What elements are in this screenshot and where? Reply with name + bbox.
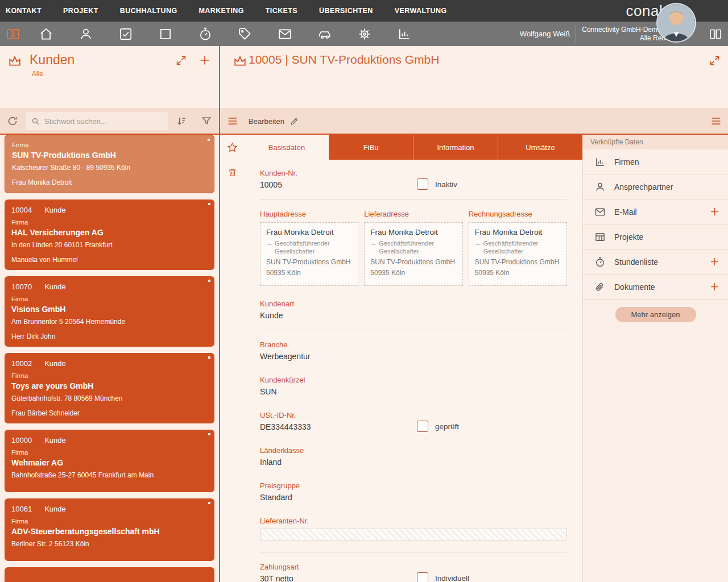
plus-icon	[198, 53, 212, 67]
favorite-button[interactable]	[226, 142, 238, 153]
toolbar-panes-right-button[interactable]	[709, 22, 722, 46]
linked-item-projekte[interactable]: Projekte	[583, 225, 728, 250]
address-box[interactable]: Frau Monika Detroit GeschäftsführenderGe…	[364, 222, 462, 286]
list-item[interactable]: Firma SUN TV-Produktions GmbH Kalscheure…	[5, 135, 214, 193]
individuell-checkbox[interactable]	[417, 572, 428, 582]
field-kundenkuerzel: Kundenkürzel SUN	[260, 376, 567, 397]
section-divider	[260, 330, 567, 330]
inaktiv-checkbox[interactable]	[417, 178, 428, 190]
home-icon	[39, 27, 53, 41]
list-filter-label[interactable]: Alle	[32, 70, 43, 78]
card-type-label: Firma	[11, 219, 208, 226]
expand-detail-button[interactable]	[709, 55, 721, 66]
address-box[interactable]: Frau Monika Detroit GeschäftsführenderGe…	[260, 222, 358, 286]
individuell-checkbox-group: Individuell	[417, 572, 469, 582]
linked-item-stundenliste[interactable]: Stundenliste	[583, 250, 728, 275]
toolbar-car-button[interactable]	[305, 22, 345, 46]
linked-item-firmen[interactable]: Firmen	[583, 149, 728, 174]
linked-data-menu-button[interactable]	[710, 115, 722, 127]
sort-button[interactable]	[169, 109, 194, 134]
card-marker	[208, 502, 210, 504]
expand-list-button[interactable]	[175, 55, 187, 66]
user-avatar[interactable]	[657, 4, 695, 41]
refresh-button[interactable]	[0, 109, 25, 134]
logged-in-user[interactable]: Wolfgang Weiß	[520, 30, 570, 38]
tag-icon	[238, 27, 253, 41]
lieferanten-nr-input[interactable]	[260, 529, 567, 541]
toolbar-square-button[interactable]	[146, 22, 185, 46]
mail-icon	[278, 27, 292, 41]
lieferadresse-column: Lieferadresse Frau Monika Detroit Geschä…	[364, 210, 462, 286]
field-value: Inland	[260, 457, 567, 467]
card-type-label: Firma	[11, 449, 208, 456]
list-item[interactable]: 10061 Kunde Firma ADV-Steuerberatungsges…	[5, 498, 214, 561]
paperclip-icon	[594, 281, 606, 293]
edit-button[interactable]: Bearbeiten	[249, 117, 299, 126]
field-value: Werbeagentur	[260, 351, 567, 361]
filter-button[interactable]	[194, 109, 219, 134]
toolbar-settings-button[interactable]	[345, 22, 384, 46]
search-input[interactable]	[44, 117, 163, 126]
field-value: Standard	[260, 492, 567, 502]
show-more-button[interactable]: Mehr anzeigen	[615, 307, 696, 322]
tab-bar: Basisdaten FiBu Information Umsätze	[245, 135, 582, 160]
add-email-button[interactable]	[709, 206, 721, 218]
card-address: Bahnhofstraße 25-27 60045 Frankfurt am M…	[11, 471, 208, 479]
field-label: Zahlungsart	[260, 563, 567, 571]
detail-header: 10005 | SUN TV-Produktions GmbH	[220, 46, 728, 108]
card-type-label: Firma	[11, 518, 208, 525]
nav-item-projekt[interactable]: PROJEKT	[63, 7, 98, 15]
toolbar-tasks-button[interactable]	[106, 22, 146, 46]
field-label: Kundenart	[260, 300, 567, 308]
nav-item-uebersichten[interactable]: ÜBERSICHTEN	[319, 7, 373, 15]
toolbar-tag-button[interactable]	[225, 22, 265, 46]
card-address: Kalscheurer Straße 80 - 89 50935 Köln	[12, 164, 207, 172]
tab-information[interactable]: Information	[413, 135, 498, 160]
chart-icon	[397, 27, 412, 41]
section-divider	[260, 552, 567, 552]
add-customer-button[interactable]	[198, 53, 212, 67]
card-contact: Frau Monika Detroit	[12, 178, 207, 186]
checkbox-label: geprüft	[435, 422, 459, 431]
toolbar-contacts-button[interactable]	[66, 22, 106, 46]
toolbar-stats-button[interactable]	[384, 22, 424, 46]
tab-umsaetze[interactable]: Umsätze	[498, 135, 582, 160]
toolbar-timer-button[interactable]	[185, 22, 225, 46]
nav-item-kontakt[interactable]: KONTAKT	[6, 7, 42, 15]
form-area: Basisdaten FiBu Information Umsätze Kund…	[245, 135, 582, 582]
toolbar-mail-button[interactable]	[265, 22, 305, 46]
tab-fibu[interactable]: FiBu	[329, 135, 413, 160]
linked-item-dokumente[interactable]: Dokumente	[583, 275, 728, 300]
list-item[interactable]: 10004 Kunde Firma HAL Versicherungen AG …	[5, 199, 214, 270]
delete-button[interactable]	[227, 167, 238, 178]
linked-item-email[interactable]: E-Mail	[583, 199, 728, 225]
linked-item-ansprechpartner[interactable]: Ansprechpartner	[583, 174, 728, 199]
list-item[interactable]	[5, 567, 214, 582]
field-lieferanten-nr: Lieferanten-Nr.	[260, 517, 567, 541]
tab-basisdaten[interactable]: Basisdaten	[245, 135, 329, 160]
detail-menu-button[interactable]	[220, 115, 245, 127]
list-item[interactable]: 10002 Kunde Firma Toys are yours GmbH Gü…	[5, 353, 214, 423]
filter-icon	[201, 115, 212, 127]
list-item[interactable]: 10000 Kunde Firma Wehmaier AG Bahnhofstr…	[5, 430, 214, 492]
add-stundenliste-button[interactable]	[709, 256, 721, 268]
card-header: 10070 Kunde	[11, 282, 208, 291]
field-label: Rechnungsadresse	[469, 210, 567, 218]
add-dokument-button[interactable]	[709, 281, 721, 293]
field-label: Lieferadresse	[364, 210, 462, 218]
rechnungsadresse-column: Rechnungsadresse Frau Monika Detroit Ges…	[469, 210, 567, 286]
nav-item-verwaltung[interactable]: VERWALTUNG	[395, 7, 447, 15]
field-value: 10005	[260, 180, 567, 190]
nav-item-marketing[interactable]: MARKETING	[199, 7, 244, 15]
linked-item-label: Stundenliste	[614, 257, 658, 267]
card-company: ADV-Steuerberatungsgesellschaft mbH	[11, 527, 208, 536]
address-box[interactable]: Frau Monika Detroit GeschäftsführenderGe…	[469, 222, 567, 286]
nav-item-buchhaltung[interactable]: BUCHHALTUNG	[120, 7, 177, 15]
list-item[interactable]: 10070 Kunde Firma Visions GmbH Am Brunne…	[5, 276, 214, 347]
field-laenderklasse: Länderklasse Inland	[260, 446, 567, 467]
nav-item-tickets[interactable]: TICKETS	[266, 7, 297, 15]
toolbar-home-button[interactable]	[26, 22, 66, 46]
geprueft-checkbox[interactable]	[417, 421, 428, 432]
card-company: Visions GmbH	[11, 305, 208, 314]
toolbar-panes-button[interactable]	[0, 22, 26, 46]
